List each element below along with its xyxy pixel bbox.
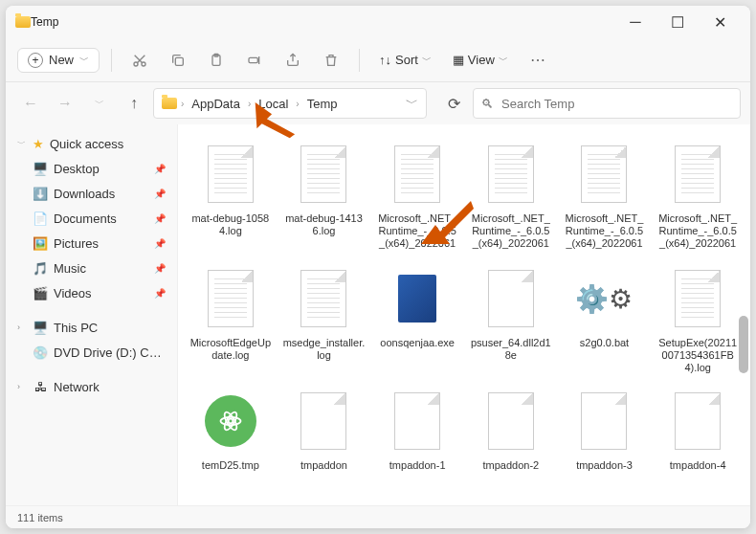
plus-icon: + [28, 53, 43, 68]
refresh-button[interactable]: ⟳ [438, 95, 469, 113]
file-thumbnail [389, 140, 446, 209]
sidebar-item-label: Downloads [54, 187, 115, 201]
nav-row: ← → ﹀ ↑ › AppData › Local › Temp ﹀ ⟳ 🔍︎ [6, 82, 750, 124]
file-pane[interactable]: mat-debug-10584.logmat-debug-14136.logMi… [178, 124, 750, 505]
file-item[interactable]: Microsoft_.NET_Runtime_-_6.0.5_(x64)_202… [560, 136, 650, 256]
paste-button[interactable] [200, 44, 233, 77]
folder-icon [162, 96, 177, 111]
search-box[interactable]: 🔍︎ [473, 88, 741, 119]
back-button[interactable]: ← [15, 88, 46, 119]
sidebar-network[interactable]: › 🖧 Network [10, 374, 173, 399]
file-thumbnail [669, 387, 726, 456]
file-thumbnail [575, 387, 633, 456]
pin-icon: 📌 [154, 263, 166, 274]
up-button[interactable]: ↑ [119, 88, 149, 119]
file-name: msedge_installer.log [283, 337, 366, 362]
copy-button[interactable] [162, 44, 194, 77]
file-item[interactable]: tmpaddon-3 [560, 383, 650, 476]
maximize-button[interactable]: ☐ [656, 6, 699, 38]
file-name: mat-debug-14136.log [283, 212, 366, 237]
scrollbar-thumb[interactable] [739, 316, 748, 373]
close-button[interactable]: ✕ [699, 6, 741, 38]
file-item[interactable]: tmpaddon-4 [653, 383, 743, 476]
file-item[interactable]: msedge_installer.log [279, 260, 369, 379]
sidebar-item-desktop[interactable]: 🖥️Desktop📌 [10, 156, 173, 181]
pin-icon: 📌 [154, 213, 166, 224]
file-item[interactable]: psuser_64.dll2d18e [466, 260, 556, 379]
file-item[interactable]: tmpaddon-2 [466, 383, 556, 476]
sidebar-item-downloads[interactable]: ⬇️Downloads📌 [10, 181, 173, 206]
new-button[interactable]: + New ﹀ [17, 48, 100, 73]
file-name: SetupExe(20211007135436​1FB4).log [656, 337, 739, 375]
breadcrumb-segment[interactable]: AppData [188, 95, 244, 113]
rename-button[interactable] [238, 44, 271, 77]
sidebar-item-label: Desktop [54, 162, 100, 176]
sidebar-item-label: Documents [54, 211, 117, 226]
file-item[interactable]: Microsoft_.NET_Runtime_-_6.0.5_(x64)_202… [653, 136, 743, 256]
file-item[interactable]: Microsoft_.NET_Runtime_-_6.0.5_(x64)_202… [466, 136, 556, 256]
file-name: mat-debug-10584.log [189, 212, 272, 237]
sidebar-item-music[interactable]: 🎵Music📌 [10, 256, 173, 280]
file-item[interactable]: temD25.tmp [186, 383, 276, 476]
recent-button[interactable]: ﹀ [84, 88, 115, 119]
file-thumbnail [389, 264, 446, 333]
svg-point-6 [228, 418, 233, 423]
network-icon: 🖧 [33, 379, 48, 394]
file-item[interactable]: tmpaddon [279, 383, 369, 476]
chevron-down-icon[interactable]: ﹀ [406, 95, 418, 112]
file-thumbnail [202, 140, 259, 209]
videos-icon: 🎬 [33, 285, 48, 300]
sidebar-quick-access[interactable]: ﹀ ★ Quick access [10, 132, 173, 156]
cut-button[interactable] [123, 44, 156, 77]
file-item[interactable]: SetupExe(20211007135436​1FB4).log [653, 260, 743, 379]
file-item[interactable]: mat-debug-10584.log [186, 136, 276, 256]
folder-icon [15, 14, 31, 30]
minimize-button[interactable]: ─ [614, 6, 656, 38]
delete-button[interactable] [315, 44, 347, 77]
file-name: Microsoft_.NET_Runtime_-_6.0.5_(x64)_202… [564, 212, 646, 253]
file-name: oonsqenjaa.exe [380, 337, 455, 349]
file-item[interactable]: Microsoft_.NET_Runtime_-_6.0.5_(x64)_202… [372, 136, 462, 256]
breadcrumb-segment[interactable]: Local [255, 95, 292, 113]
sidebar-item-videos[interactable]: 🎬Videos📌 [10, 280, 173, 305]
sidebar-item-label: Videos [54, 286, 92, 300]
sort-icon: ↑↓ [379, 53, 391, 67]
music-icon: 🎵 [33, 260, 48, 276]
svg-rect-2 [175, 57, 183, 65]
breadcrumb-segment[interactable]: Temp [303, 95, 342, 113]
search-icon: 🔍︎ [481, 97, 494, 111]
file-thumbnail [295, 140, 352, 209]
sidebar-item-pictures[interactable]: 🖼️Pictures📌 [10, 231, 173, 256]
more-button[interactable]: ⋯ [522, 44, 554, 77]
search-input[interactable] [501, 97, 732, 111]
file-item[interactable]: ⚙️⚙s2g0.0.bat [560, 260, 650, 379]
file-name: tmpaddon-1 [389, 459, 446, 472]
sidebar-dvd[interactable]: 💿 DVD Drive (D:) CCCC [10, 340, 173, 365]
file-thumbnail: ⚙️⚙ [575, 264, 633, 333]
star-icon: ★ [33, 137, 44, 151]
file-item[interactable]: tmpaddon-1 [372, 383, 462, 476]
item-count: 111 items [17, 512, 63, 523]
file-item[interactable]: mat-debug-14136.log [279, 136, 369, 256]
window-title: Temp [31, 15, 614, 29]
downloads-icon: ⬇️ [33, 186, 48, 201]
pin-icon: 📌 [154, 189, 166, 199]
file-item[interactable]: MicrosoftEdgeUpdate.log [186, 260, 276, 379]
forward-button[interactable]: → [50, 88, 80, 119]
view-icon: ▦ [453, 53, 464, 67]
address-bar[interactable]: › AppData › Local › Temp ﹀ [153, 88, 427, 119]
sidebar-item-documents[interactable]: 📄Documents📌 [10, 206, 173, 231]
file-thumbnail [575, 140, 633, 209]
sidebar-this-pc[interactable]: › 🖥️ This PC [10, 315, 173, 340]
pin-icon: 📌 [154, 238, 166, 249]
chevron-down-icon: ﹀ [499, 54, 508, 67]
file-name: tmpaddon-4 [670, 459, 726, 472]
file-name: temD25.tmp [202, 459, 259, 472]
sort-button[interactable]: ↑↓ Sort ﹀ [371, 49, 439, 71]
file-thumbnail [389, 387, 446, 456]
share-button[interactable] [277, 44, 309, 77]
file-name: Microsoft_.NET_Runtime_-_6.0.5_(x64)_202… [656, 212, 739, 253]
file-item[interactable]: oonsqenjaa.exe [372, 260, 462, 379]
view-button[interactable]: ▦ View ﹀ [445, 49, 516, 71]
file-thumbnail [202, 387, 259, 456]
